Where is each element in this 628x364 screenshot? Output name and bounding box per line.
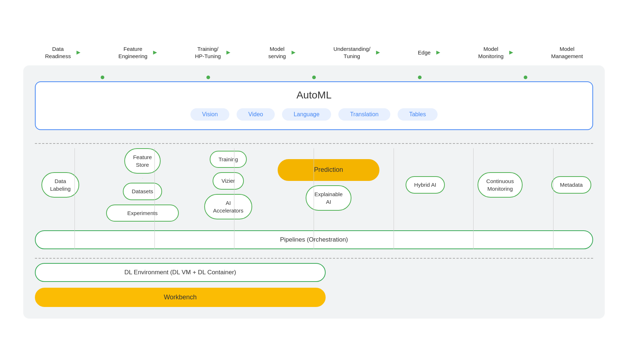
pipeline-step-understanding: Understanding/ Tuning ► [333,45,383,60]
pipelines-bar-container: Pipelines (Orchestration) [35,230,593,249]
col-hybrid-ai: Hybrid AI [400,176,451,194]
dot-understanding [418,76,422,79]
automl-box: AutoML Vision Video Language Translation… [35,81,593,130]
step-label: Feature Engineering [118,45,148,60]
col-feature-store: FeatureStore Datasets Experiments [106,148,179,222]
bottom-section: DL Environment (DL VM + DL Container) Wo… [23,263,605,307]
arrow-icon: ► [152,49,158,56]
pill-explainable-ai[interactable]: ExplainableAI [306,185,351,211]
pill-training[interactable]: Training [210,151,247,168]
dashed-separator-bottom [35,258,593,259]
row-main-pills: DataLabeling FeatureStore Datasets Exper… [35,148,593,222]
chip-tables[interactable]: Tables [398,108,438,121]
pill-pipelines[interactable]: Pipelines (Orchestration) [35,230,593,249]
bottom-items: DL Environment (DL VM + DL Container) Wo… [35,263,326,307]
pill-prediction[interactable]: Prediction [278,159,379,181]
arrow-icon: ► [375,49,381,56]
pipeline-step-feature-engineering: Feature Engineering ► [118,45,160,60]
dot-model-serving [312,76,316,79]
pill-feature-store[interactable]: FeatureStore [124,148,161,174]
pipeline-step-model-management: Model Management [551,45,583,60]
pipeline-step-data-readiness: Data Readiness ► [45,45,83,60]
pill-hybrid-ai[interactable]: Hybrid AI [406,176,445,194]
chip-language[interactable]: Language [282,108,331,121]
pill-dl-env[interactable]: DL Environment (DL VM + DL Container) [35,263,326,282]
automl-chips: Vision Video Language Translation Tables [47,108,581,121]
step-label: Data Readiness [45,45,71,60]
col-data-labeling: DataLabeling [35,172,86,198]
arrow-icon: ► [290,49,297,56]
pipeline-step-model-serving: Model serving ► [268,45,298,60]
step-label: Model Monitoring [478,45,504,60]
pill-datasets[interactable]: Datasets [123,183,162,200]
step-label: Edge [418,49,431,56]
pill-workbench[interactable]: Workbench [35,288,326,307]
outer-container: Data Readiness ► Feature Engineering ► T… [23,45,605,319]
arrow-icon: ► [225,49,232,56]
automl-title: AutoML [47,89,581,101]
pipeline-step-model-monitoring: Model Monitoring ► [478,45,516,60]
middle-section: DataLabeling FeatureStore Datasets Exper… [23,148,605,249]
col-continuous-monitoring: ContinuousMonitoring [471,172,529,198]
arrow-icon: ► [435,49,442,56]
pill-vizier[interactable]: Vizier [213,172,243,190]
pipeline-header: Data Readiness ► Feature Engineering ► T… [23,45,605,60]
pipeline-step-training: Training/ HP-Tuning ► [195,45,233,60]
arrow-icon: ► [75,49,82,56]
arrow-icon: ► [508,49,515,56]
pill-experiments[interactable]: Experiments [106,205,179,222]
chip-translation[interactable]: Translation [338,108,390,121]
pill-data-labeling[interactable]: DataLabeling [41,172,80,198]
main-diagram: AutoML Vision Video Language Translation… [23,65,605,319]
step-label: Understanding/ Tuning [333,45,370,60]
pipeline-step-edge: Edge ► [418,49,443,56]
step-label: Model Management [551,45,583,60]
dot-edge [524,76,527,79]
dashed-separator-top [35,143,593,144]
pill-continuous-monitoring[interactable]: ContinuousMonitoring [478,172,523,198]
step-label: Training/ HP-Tuning [195,45,221,60]
dot-feature-eng [101,76,104,79]
col-metadata: Metadata [550,176,593,194]
pill-metadata[interactable]: Metadata [551,176,592,194]
chip-vision[interactable]: Vision [190,108,229,121]
automl-section: AutoML Vision Video Language Translation… [23,65,605,139]
dot-training [206,76,210,79]
pill-ai-accelerators[interactable]: AIAccelerators [204,194,252,219]
step-label: Model serving [268,45,286,60]
chip-video[interactable]: Video [237,108,275,121]
col-prediction: Prediction ExplainableAI [278,159,379,210]
col-training: Training Vizier AIAccelerators [199,151,257,219]
